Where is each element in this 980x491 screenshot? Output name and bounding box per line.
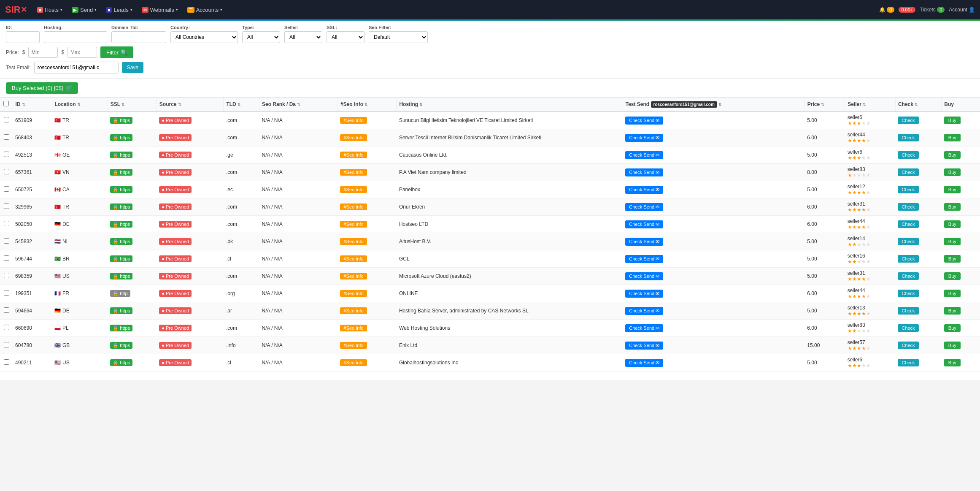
row-seo-info[interactable]: #Seo Info: [337, 285, 396, 302]
check-send-button[interactable]: Check Send ✉: [625, 134, 663, 142]
seo-filter-select[interactable]: Default: [369, 31, 428, 43]
row-seo-info[interactable]: #Seo Info: [337, 198, 396, 216]
check-send-button[interactable]: Check Send ✉: [625, 255, 663, 263]
seo-info-button[interactable]: #Seo Info: [340, 117, 367, 124]
row-checkbox-cell[interactable]: [0, 337, 13, 354]
buy-selected-button[interactable]: Buy Selected (0) [0$] 🛒: [6, 82, 78, 94]
row-buy[interactable]: Buy: [942, 250, 980, 268]
row-check[interactable]: Check: [895, 354, 941, 372]
check-send-button[interactable]: Check Send ✉: [625, 324, 663, 332]
buy-button[interactable]: Buy: [944, 151, 961, 159]
row-test-send[interactable]: Check Send ✉: [623, 268, 805, 285]
row-test-send[interactable]: Check Send ✉: [623, 285, 805, 302]
row-buy[interactable]: Buy: [942, 216, 980, 233]
row-checkbox[interactable]: [4, 359, 9, 365]
row-check[interactable]: Check: [895, 285, 941, 302]
id-input[interactable]: [6, 31, 40, 43]
check-send-button[interactable]: Check Send ✉: [625, 186, 663, 194]
select-all-checkbox[interactable]: [3, 101, 9, 106]
col-seo-info[interactable]: #Seo Info⇅: [337, 98, 396, 111]
row-checkbox[interactable]: [4, 255, 9, 261]
row-check[interactable]: Check: [895, 233, 941, 250]
col-check[interactable]: Check⇅: [895, 98, 941, 111]
col-seller[interactable]: Seller⇅: [845, 98, 896, 111]
row-checkbox[interactable]: [4, 152, 9, 157]
row-checkbox[interactable]: [4, 342, 9, 347]
buy-button[interactable]: Buy: [944, 290, 961, 297]
row-seo-info[interactable]: #Seo Info: [337, 268, 396, 285]
row-seo-info[interactable]: #Seo Info: [337, 302, 396, 320]
row-buy[interactable]: Buy: [942, 354, 980, 372]
buy-button[interactable]: Buy: [944, 168, 961, 176]
col-buy[interactable]: Buy: [942, 98, 980, 111]
row-buy[interactable]: Buy: [942, 268, 980, 285]
seo-info-button[interactable]: #Seo Info: [340, 152, 367, 158]
row-seo-info[interactable]: #Seo Info: [337, 181, 396, 198]
row-test-send[interactable]: Check Send ✉: [623, 181, 805, 198]
check-send-button[interactable]: Check Send ✉: [625, 117, 663, 125]
col-seo-rank[interactable]: Seo Rank / Da⇅: [259, 98, 338, 111]
row-seo-info[interactable]: #Seo Info: [337, 354, 396, 372]
row-seo-info[interactable]: #Seo Info: [337, 320, 396, 337]
check-button[interactable]: Check: [898, 324, 918, 332]
check-button[interactable]: Check: [898, 186, 918, 193]
ssl-select[interactable]: All: [327, 31, 364, 43]
seller-select[interactable]: All: [284, 31, 322, 43]
row-checkbox-cell[interactable]: [0, 111, 13, 129]
row-test-send[interactable]: Check Send ✉: [623, 233, 805, 250]
row-test-send[interactable]: Check Send ✉: [623, 337, 805, 354]
row-checkbox-cell[interactable]: [0, 146, 13, 164]
row-check[interactable]: Check: [895, 302, 941, 320]
row-check[interactable]: Check: [895, 198, 941, 216]
col-ssl[interactable]: SSL⇅: [108, 98, 157, 111]
row-check[interactable]: Check: [895, 164, 941, 181]
row-test-send[interactable]: Check Send ✉: [623, 320, 805, 337]
check-send-button[interactable]: Check Send ✉: [625, 168, 663, 176]
check-send-button[interactable]: Check Send ✉: [625, 272, 663, 280]
row-seo-info[interactable]: #Seo Info: [337, 129, 396, 146]
row-checkbox[interactable]: [4, 169, 9, 174]
row-checkbox-cell[interactable]: [0, 198, 13, 216]
country-select[interactable]: All Countries: [170, 31, 238, 43]
row-checkbox[interactable]: [4, 307, 9, 313]
check-send-button[interactable]: Check Send ✉: [625, 359, 663, 367]
type-select[interactable]: All: [242, 31, 280, 43]
nav-hosts[interactable]: ■ Hosts ▾: [34, 5, 66, 15]
seo-info-button[interactable]: #Seo Info: [340, 238, 367, 245]
buy-button[interactable]: Buy: [944, 220, 961, 228]
nav-accounts[interactable]: ☰ Accounts ▾: [184, 5, 226, 15]
seo-info-button[interactable]: #Seo Info: [340, 221, 367, 228]
check-button[interactable]: Check: [898, 255, 918, 263]
domain-tld-input[interactable]: [111, 31, 166, 43]
check-send-button[interactable]: Check Send ✉: [625, 203, 663, 211]
check-send-button[interactable]: Check Send ✉: [625, 220, 663, 228]
row-buy[interactable]: Buy: [942, 320, 980, 337]
nav-send[interactable]: ▶ Send ▾: [68, 5, 100, 15]
row-checkbox-cell[interactable]: [0, 181, 13, 198]
buy-button[interactable]: Buy: [944, 117, 961, 124]
seo-info-button[interactable]: #Seo Info: [340, 169, 367, 176]
nav-leads[interactable]: ■ Leads ▾: [103, 5, 135, 15]
check-button[interactable]: Check: [898, 290, 918, 297]
row-check[interactable]: Check: [895, 337, 941, 354]
row-test-send[interactable]: Check Send ✉: [623, 111, 805, 129]
row-check[interactable]: Check: [895, 181, 941, 198]
row-buy[interactable]: Buy: [942, 164, 980, 181]
row-checkbox-cell[interactable]: [0, 129, 13, 146]
check-button[interactable]: Check: [898, 203, 918, 211]
row-test-send[interactable]: Check Send ✉: [623, 146, 805, 164]
check-button[interactable]: Check: [898, 342, 918, 349]
buy-button[interactable]: Buy: [944, 324, 961, 332]
check-send-button[interactable]: Check Send ✉: [625, 238, 663, 246]
check-send-button[interactable]: Check Send ✉: [625, 290, 663, 298]
row-seo-info[interactable]: #Seo Info: [337, 146, 396, 164]
row-test-send[interactable]: Check Send ✉: [623, 129, 805, 146]
col-tld[interactable]: TLD⇅: [224, 98, 259, 111]
row-checkbox[interactable]: [4, 238, 9, 244]
row-seo-info[interactable]: #Seo Info: [337, 164, 396, 181]
row-buy[interactable]: Buy: [942, 181, 980, 198]
col-source[interactable]: Source⇅: [157, 98, 224, 111]
row-test-send[interactable]: Check Send ✉: [623, 164, 805, 181]
seo-info-button[interactable]: #Seo Info: [340, 342, 367, 349]
row-check[interactable]: Check: [895, 268, 941, 285]
